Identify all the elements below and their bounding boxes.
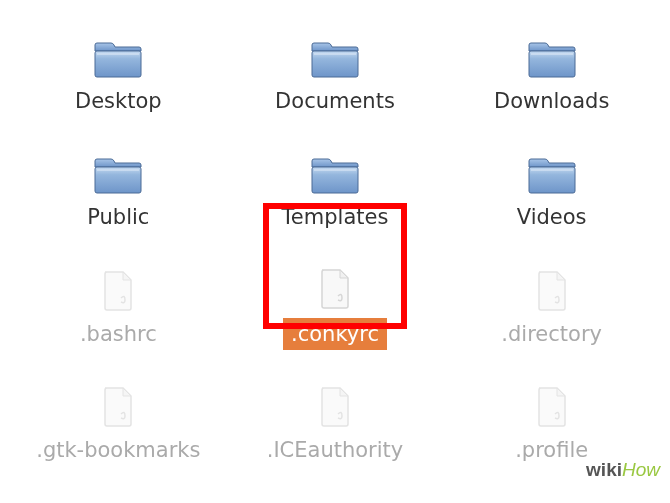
- svg-rect-7: [97, 169, 139, 171]
- watermark: wikiHow: [586, 459, 660, 481]
- file-icon: [101, 270, 135, 312]
- folder-icon: [93, 41, 143, 79]
- item-label: Documents: [269, 87, 401, 115]
- folder-icon: [93, 157, 143, 195]
- folder-item[interactable]: Public: [10, 136, 227, 252]
- item-label: .ICEauthority: [261, 436, 410, 464]
- item-label: .bashrc: [74, 320, 163, 348]
- svg-rect-9: [314, 169, 356, 171]
- watermark-how: How: [622, 459, 660, 480]
- item-label: .gtk-bookmarks: [30, 436, 206, 464]
- item-label: Templates: [276, 203, 395, 231]
- svg-rect-1: [97, 53, 139, 55]
- item-label: Public: [81, 203, 155, 231]
- item-label: Videos: [511, 203, 593, 231]
- folder-item[interactable]: Downloads: [443, 20, 660, 136]
- file-grid: Desktop Documents: [0, 0, 670, 503]
- item-label: .conkyrc: [283, 318, 387, 350]
- folder-icon: [527, 41, 577, 79]
- file-item[interactable]: .ICEauthority: [227, 367, 444, 483]
- file-icon: [318, 268, 352, 310]
- file-item[interactable]: .gtk-bookmarks: [10, 367, 227, 483]
- item-label: .directory: [495, 320, 608, 348]
- item-label: Desktop: [69, 87, 168, 115]
- file-item[interactable]: .directory: [443, 252, 660, 368]
- file-icon: [318, 386, 352, 428]
- file-icon: [535, 270, 569, 312]
- folder-item[interactable]: Templates: [227, 136, 444, 252]
- svg-rect-3: [314, 53, 356, 55]
- file-icon: [101, 386, 135, 428]
- svg-rect-11: [531, 169, 573, 171]
- watermark-wiki: wiki: [586, 459, 622, 480]
- item-label: Downloads: [488, 87, 615, 115]
- folder-item[interactable]: Desktop: [10, 20, 227, 136]
- svg-rect-5: [531, 53, 573, 55]
- file-item[interactable]: .conkyrc: [227, 252, 444, 368]
- folder-icon: [310, 157, 360, 195]
- folder-item[interactable]: Videos: [443, 136, 660, 252]
- file-item[interactable]: .bashrc: [10, 252, 227, 368]
- folder-icon: [527, 157, 577, 195]
- item-label: .profile: [509, 436, 594, 464]
- folder-item[interactable]: Documents: [227, 20, 444, 136]
- file-icon: [535, 386, 569, 428]
- folder-icon: [310, 41, 360, 79]
